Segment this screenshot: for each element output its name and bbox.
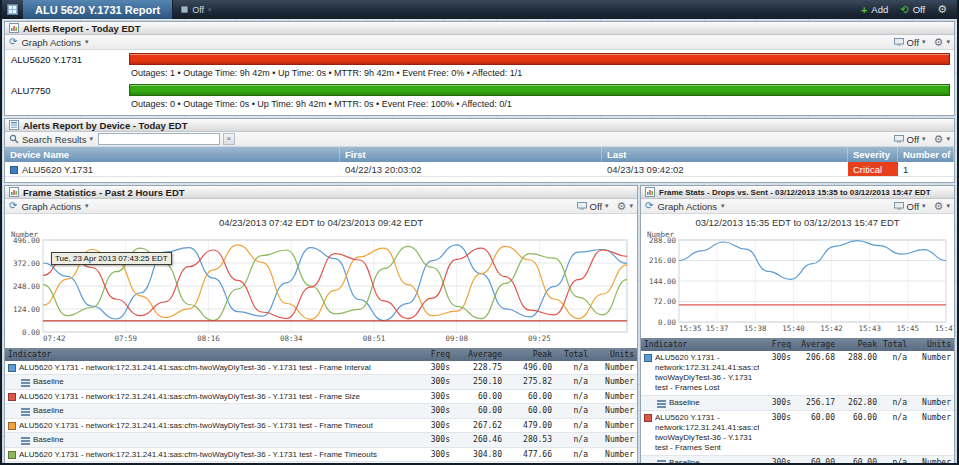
peak-cell: 60.00 [838,456,880,465]
column-header[interactable]: Device Name [5,147,340,162]
column-header[interactable]: Indicator [5,348,417,361]
freq-cell: 300s [417,390,453,403]
plus-icon: + [861,4,867,16]
indicator-row[interactable]: Baseline 300s 260.46 280.53 n/a Number [5,433,637,448]
panel-settings-menu[interactable]: ⚙ ▾ [934,37,950,48]
panel-header: Alerts Report - Today EDT [5,22,954,35]
freq-cell: 300s [762,396,794,409]
device-icon [10,166,18,174]
export-off-menu[interactable]: Off ▾ [577,201,609,212]
average-cell: 60.00 [794,411,838,424]
svg-text:09:08: 09:08 [445,334,468,343]
report-off-label: Off [192,5,204,15]
alerts-by-device-panel: Alerts Report by Device - Today EDT Sear… [4,118,955,183]
panel-settings-menu[interactable]: ⚙ ▾ [934,134,950,145]
column-header[interactable]: Indicator [641,338,762,351]
indicator-row[interactable]: Baseline 300s 256.17 262.80 n/a Number [641,396,954,411]
indicator-row[interactable]: ALU5620 Y.1731 - network:172.31.241.41:s… [641,351,954,396]
total-cell: n/a [880,351,910,364]
export-off-label: Off [907,201,920,212]
panel-settings-menu[interactable]: ⚙ ▾ [934,201,950,212]
column-header[interactable]: Average [453,348,505,361]
indicator-cell: Baseline [5,404,417,418]
graph-actions-menu[interactable]: ⟳ Graph Actions ▾ [645,201,725,212]
chart-icon [9,187,19,197]
indicator-row[interactable]: ALU5620 Y.1731 - network:172.31.241.41:s… [5,361,637,375]
column-header[interactable]: Number of Alerts [898,147,954,162]
column-header[interactable]: Severity [848,147,898,162]
search-results-menu[interactable]: Search Results ▾ [9,134,93,145]
report-off-toggle[interactable]: Off ▾ [173,0,219,19]
device-name-cell: ALU5620 Y.1731 [5,162,340,177]
column-header[interactable]: Units [910,338,954,351]
column-header[interactable]: Average [794,338,838,351]
column-header[interactable]: First [340,147,602,162]
indicator-label: Baseline [669,458,700,465]
settings-button[interactable]: ⚙ [937,4,947,15]
panel-settings-menu[interactable]: ⚙ ▾ [617,201,633,212]
frame-stats-chart[interactable]: Number07:4207:5908:1608:3408:5109:0809:2… [7,228,635,344]
clear-search-button[interactable]: × [223,133,235,145]
export-off-menu[interactable]: Off ▾ [894,37,926,48]
series-swatch [8,422,16,430]
device-table-body: ALU5620 Y.1731 04/22/13 20:03:02 04/23/1… [5,162,954,177]
panel-title: Alerts Report - Today EDT [23,23,141,34]
svg-text:72.00: 72.00 [653,297,676,306]
average-cell: 304.80 [453,448,505,461]
indicator-row[interactable]: Baseline 300s 60.00 60.00 n/a Number [5,404,637,419]
indicator-label: Baseline [33,377,64,386]
svg-text:08:34: 08:34 [280,334,303,343]
availability-bar[interactable] [129,53,950,65]
column-header[interactable]: Total [880,338,910,351]
column-header[interactable]: Units [591,348,637,361]
availability-row: ALU7750 Outages: 0 • Outage Time: 0s • U… [5,81,954,112]
indicator-row[interactable]: ALU5620 Y.1731 - network:172.31.241.41:s… [5,390,637,404]
indicator-cell: ALU5620 Y.1731 - network:172.31.241.41:s… [5,419,417,432]
freq-cell: 300s [417,361,453,374]
export-off-menu[interactable]: Off ▾ [894,201,926,212]
indicator-label: ALU5620 Y.1731 - network:172.31.241.41:s… [655,413,759,453]
export-off-menu[interactable]: Off ▾ [894,134,926,145]
indicator-label: Baseline [33,406,64,415]
table-row[interactable]: ALU5620 Y.1731 04/22/13 20:03:02 04/23/1… [5,162,954,177]
panel-header: Frame Statistics - Past 2 Hours EDT [5,186,637,199]
add-button[interactable]: + Add [861,4,888,16]
column-header[interactable]: Total [555,348,591,361]
frame-drops-panel: Frame Stats - Drops vs. Sent - 03/12/201… [640,185,955,465]
indicator-cell: Baseline [5,433,417,447]
freq-cell: 300s [417,375,453,388]
global-off-button[interactable]: ⟲ Off [900,4,925,15]
indicator-row[interactable]: Baseline 300s 60.00 60.00 n/a Number [641,456,954,465]
indicator-row[interactable]: Baseline 300s 250.10 275.82 n/a Number [5,375,637,390]
application-window: ALU 5620 Y.1731 Report Off ▾ + Add ⟲ Off… [0,0,959,465]
average-cell: 60.00 [794,456,838,465]
gear-icon: ⚙ [934,134,944,145]
panel-toolbar: ⟳ Graph Actions ▾ Off ▾ ⚙ ▾ [641,199,954,214]
chart-area: 03/12/2013 15:35 EDT to 03/12/2013 15:47… [641,214,954,338]
column-header[interactable]: Last [602,147,848,162]
column-header[interactable]: Peak [838,338,880,351]
device-label: ALU5620 Y.1731 [9,54,129,65]
column-header[interactable]: Freq [762,338,794,351]
top-bar: ALU 5620 Y.1731 Report Off ▾ + Add ⟲ Off… [2,0,957,19]
svg-text:15:42: 15:42 [820,324,843,333]
total-cell: n/a [555,433,591,446]
indicator-row[interactable]: ALU5620 Y.1731 - network:172.31.241.41:s… [641,411,954,456]
graph-actions-menu[interactable]: ⟳ Graph Actions ▾ [9,37,89,48]
global-off-label: Off [913,4,926,15]
indicator-row[interactable]: ALU5620 Y.1731 - network:172.31.241.41:s… [5,448,637,462]
panel-title: Alerts Report by Device - Today EDT [23,120,188,131]
availability-bar[interactable] [129,84,950,96]
units-cell: Number [591,375,637,388]
graph-actions-menu[interactable]: ⟳ Graph Actions ▾ [9,201,89,212]
peak-cell: 496.00 [505,361,555,374]
svg-text:15:47: 15:47 [935,324,954,333]
column-header[interactable]: Peak [505,348,555,361]
indicator-row[interactable]: ALU5620 Y.1731 - network:172.31.241.41:s… [5,419,637,433]
search-input[interactable] [98,133,220,145]
toolbar-right: Off ▾ ⚙ ▾ [577,201,633,212]
column-header[interactable]: Freq [417,348,453,361]
availability-stats: Outages: 0 • Outage Time: 0s • Up Time: … [131,97,950,112]
frame-drops-chart[interactable]: Number15:3515:3715:3815:4015:4215:4315:4… [643,228,954,334]
chevron-down-icon: ▾ [721,202,725,210]
